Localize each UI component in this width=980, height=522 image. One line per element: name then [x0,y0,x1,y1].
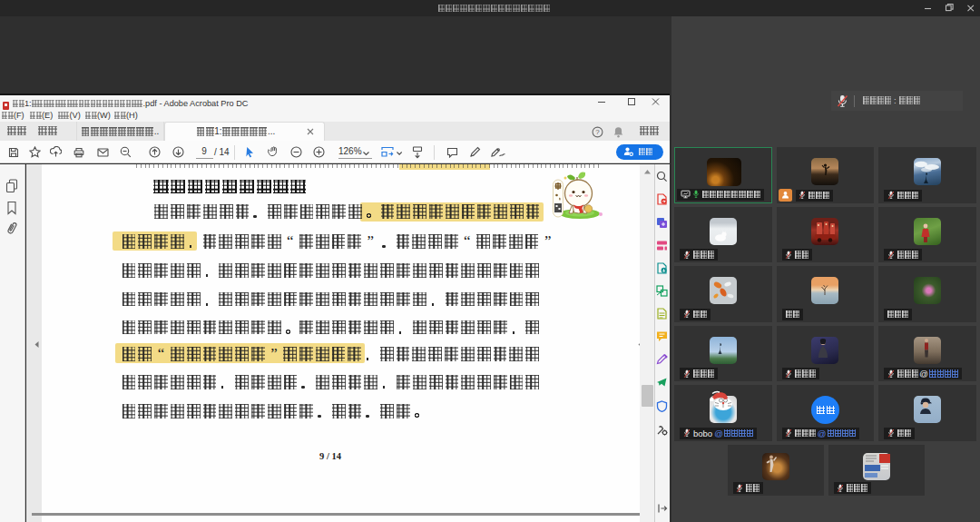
svg-text:?: ? [595,128,600,136]
